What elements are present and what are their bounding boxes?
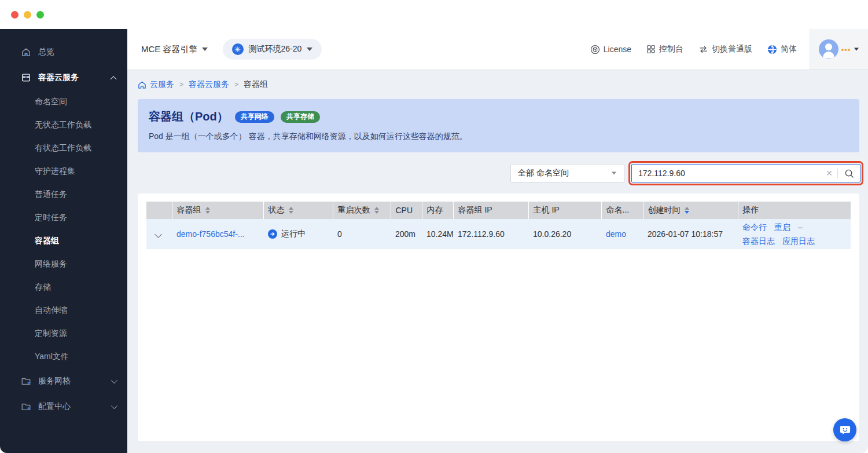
language-switcher[interactable]: 简体 [767,44,797,54]
expand-cell [146,219,172,249]
globe-icon [767,45,777,54]
console-grid-icon [646,45,656,54]
pod-info-banner: 容器组（Pod） 共享网络 共享存储 Pod 是一组（一个或多个） 容器，共享存… [138,99,859,152]
sidebar-item-stateless-workload[interactable]: 无状态工作负载 [0,114,127,137]
restarts-cell: 0 [333,219,391,249]
breadcrumb-label: 容器云服务 [189,79,229,90]
col-label: 操作 [743,205,759,214]
breadcrumb-separator: > [179,81,183,89]
license-label: License [604,45,631,54]
sort-icon[interactable] [374,207,379,214]
col-namespace: 命名... [601,202,643,219]
folder-icon [21,401,31,412]
switch-edition-link[interactable]: 切换普通版 [698,44,752,54]
sidebar-item-pods[interactable]: 容器组 [0,229,127,253]
sidebar-item-yaml-file[interactable]: Yaml文件 [0,345,127,368]
col-pod-ip: 容器组 IP [453,202,528,219]
search-input[interactable] [632,169,821,178]
sidebar-sub-label: 存储 [35,282,51,293]
sort-icon[interactable] [289,207,293,214]
search-icon [844,169,854,178]
caret-down-icon [612,171,617,174]
cpu-cell: 200m [391,219,422,249]
pod-name-link[interactable]: demo-f756bc54f-... [176,229,245,239]
sidebar-sub-label: Yaml文件 [35,352,69,362]
sidebar-sub-label: 命名空间 [35,97,67,107]
sidebar-sub-label: 定时任务 [35,213,67,223]
col-label: 创建时间 [648,205,681,214]
col-created[interactable]: 创建时间 [643,202,738,219]
zoom-button[interactable] [36,11,44,19]
namespace-cell: demo [601,219,643,249]
pod-ip-cell: 172.112.9.60 [453,219,528,249]
sidebar-item-label: 总览 [38,47,116,57]
sidebar-item-container-cloud[interactable]: 容器云服务 [0,65,127,90]
chat-support-button[interactable] [833,418,856,441]
action-container-logs[interactable]: 容器日志 [742,235,775,247]
sidebar-item-custom-resource[interactable]: 定制资源 [0,322,127,345]
chat-smiley-icon [839,424,851,436]
breadcrumb-container-cloud[interactable]: 容器云服务 [189,79,229,90]
sidebar-item-service-mesh[interactable]: 服务网格 [0,368,127,394]
actions-cell: 命令行 重启 – 容器日志 应用日志 [738,219,851,249]
breadcrumb-separator: > [234,81,238,89]
action-terminal[interactable]: 命令行 [742,221,767,233]
sort-icon[interactable] [205,207,210,214]
running-status-icon [268,229,277,239]
table-toolbar: 全部 命名空间 ✕ [138,160,859,187]
namespace-select[interactable]: 全部 命名空间 [510,164,624,182]
sidebar-item-overview[interactable]: 总览 [0,39,127,65]
sidebar-sub-label: 有状态工作负载 [35,143,91,154]
topbar: MCE 容器引擎 ✳ 测试环境26-20 License [127,29,868,70]
status-cell: 运行中 [263,219,333,249]
sidebar-item-label: 容器云服务 [38,72,111,83]
avatar [819,39,838,59]
switch-edition-label: 切换普通版 [712,44,752,54]
breadcrumb: 云服务 > 容器云服务 > 容器组 [138,78,859,92]
clear-icon[interactable]: ✕ [821,169,837,178]
col-status[interactable]: 状态 [263,202,333,219]
pods-table-card: 容器组 状态 重启次数 CPU 内存 容器组 IP 主机 IP 命名... 创建… [138,193,859,441]
console-link[interactable]: 控制台 [646,44,683,54]
chevron-down-icon [111,403,117,409]
status-text: 运行中 [281,229,306,239]
col-label: 重启次数 [338,205,370,214]
namespace-link[interactable]: demo [606,229,626,239]
home-icon [138,81,146,89]
page-content: 云服务 > 容器云服务 > 容器组 容器组（Pod） 共享网络 共享存储 Pod… [127,70,868,453]
col-label: 状态 [269,205,285,214]
col-label: 主机 IP [534,205,560,214]
sidebar-item-namespace[interactable]: 命名空间 [0,90,127,114]
table-header-row: 容器组 状态 重启次数 CPU 内存 容器组 IP 主机 IP 命名... 创建… [146,202,851,219]
license-link[interactable]: License [590,45,631,54]
search-box: ✕ [631,164,860,182]
sidebar-item-job[interactable]: 普通任务 [0,183,127,206]
sidebar-item-autoscaling[interactable]: 自动伸缩 [0,299,127,322]
col-expand [146,202,172,219]
col-restarts[interactable]: 重启次数 [333,202,391,219]
cluster-icon: ✳ [232,43,244,55]
sidebar-item-storage[interactable]: 存储 [0,276,127,299]
product-switcher[interactable]: MCE 容器引擎 [141,44,208,55]
breadcrumb-cloud-service[interactable]: 云服务 [138,79,174,90]
sidebar-item-daemonset[interactable]: 守护进程集 [0,160,127,183]
col-pod-name[interactable]: 容器组 [172,202,263,219]
sidebar-item-stateful-workload[interactable]: 有状态工作负载 [0,137,127,160]
user-menu[interactable]: ••• [810,29,868,70]
close-button[interactable] [11,11,19,19]
col-cpu: CPU [391,202,422,219]
sidebar-item-label: 服务网格 [38,376,111,386]
search-button[interactable] [838,165,860,182]
sidebar-item-network-service[interactable]: 网络服务 [0,253,127,276]
environment-selector[interactable]: ✳ 测试环境26-20 [223,39,322,60]
caret-down-icon [307,48,312,51]
sidebar-item-cronjob[interactable]: 定时任务 [0,206,127,229]
minimize-button[interactable] [24,11,31,19]
col-label: CPU [396,206,413,215]
action-restart[interactable]: 重启 [774,221,790,233]
expand-row-icon[interactable] [155,231,162,238]
sidebar-item-config-center[interactable]: 配置中心 [0,394,127,419]
sort-icon-desc[interactable] [685,207,689,214]
sidebar-sub-label: 无状态工作负载 [35,120,91,130]
action-app-logs[interactable]: 应用日志 [782,235,815,247]
